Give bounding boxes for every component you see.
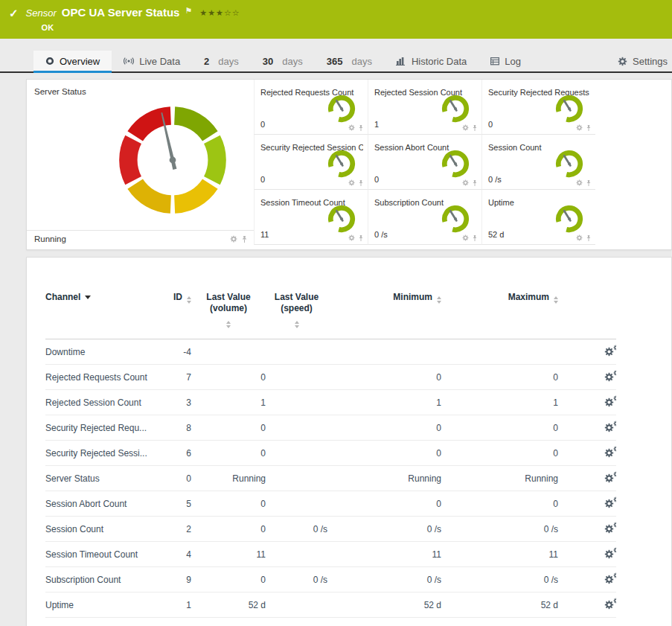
channel-name[interactable]: Uptime [45, 593, 159, 618]
tab-2-days[interactable]: 2 days [192, 51, 251, 71]
channel-gear-icon[interactable] [462, 234, 469, 242]
channel-settings-icon[interactable] [604, 547, 616, 559]
pin-icon[interactable] [586, 124, 592, 132]
channel-settings-icon[interactable] [604, 345, 616, 357]
server-status-gauge [109, 96, 237, 224]
pin-icon[interactable] [472, 234, 478, 242]
channel-name[interactable]: Session Timeout Count [45, 542, 159, 567]
priority-stars[interactable]: ★★★☆☆ [199, 8, 240, 18]
gauge-dial [553, 147, 586, 178]
tab-log[interactable]: Log [479, 51, 533, 71]
chevron-down-icon [85, 296, 91, 299]
channel-gear-icon[interactable] [348, 234, 355, 242]
gauge-dial [325, 202, 358, 233]
minimum-value: 11 [327, 542, 441, 567]
gauge-tile-session-timeout: Session Timeout Count 11 [254, 190, 368, 245]
settings-gear-icon [618, 57, 627, 66]
tab-365-days[interactable]: 365 days [315, 51, 384, 71]
header-channel[interactable]: Channel [45, 289, 159, 339]
last-value-volume: 0 [191, 441, 266, 466]
gauge-value: 1 [374, 120, 379, 129]
flag-icon[interactable]: ⚑ [185, 6, 192, 16]
channel-name[interactable]: Session Count [45, 517, 159, 542]
pin-icon[interactable] [472, 124, 478, 132]
channel-settings-icon[interactable] [604, 395, 616, 407]
gauges-panel: Server Status Running Rej [26, 79, 672, 250]
header-id[interactable]: ID [159, 289, 191, 339]
sort-icon [295, 321, 299, 328]
gauge-dial [553, 92, 586, 123]
tab-live-data-label: Live Data [139, 56, 180, 67]
channel-id: 7 [159, 365, 191, 390]
pin-icon[interactable] [586, 179, 592, 187]
channel-gear-icon[interactable] [576, 124, 583, 132]
header-settings [558, 289, 616, 339]
channel-gear-icon[interactable] [576, 179, 583, 187]
table-row: Session Timeout Count 4 11 11 11 [45, 542, 616, 567]
table-row: Security Rejected Requ... 8 0 0 0 [45, 415, 616, 441]
gauge-value: 52 d [488, 230, 504, 239]
channel-settings-icon[interactable] [604, 370, 616, 382]
pin-icon[interactable] [358, 179, 364, 187]
tab-365-days-unit: days [351, 56, 371, 67]
channel-name[interactable]: Session Abort Count [45, 491, 159, 517]
last-value-speed [266, 466, 327, 491]
channel-settings-icon[interactable] [604, 496, 616, 508]
channel-settings-icon[interactable] [604, 522, 616, 534]
channel-name[interactable]: Security Rejected Requ... [45, 415, 159, 441]
minimum-value: 52 d [327, 593, 441, 618]
last-value-volume: 1 [191, 390, 266, 415]
channel-name[interactable]: Security Rejected Sessi... [45, 441, 159, 466]
tab-settings[interactable]: Settings [606, 51, 672, 71]
minimum-value: Running [327, 466, 441, 491]
channel-gear-icon[interactable] [230, 235, 237, 243]
channel-gear-icon[interactable] [462, 124, 469, 132]
channel-name[interactable]: Rejected Requests Count [45, 365, 159, 390]
gauge-value: 0 [374, 175, 379, 184]
live-data-icon [124, 57, 134, 66]
tab-30-days[interactable]: 30 days [251, 51, 315, 71]
gauge-tile-session-abort: Session Abort Count 0 [368, 135, 481, 190]
pin-icon[interactable] [358, 234, 364, 242]
header-last-value-volume[interactable]: Last Value(volume) [191, 289, 266, 339]
channel-gear-icon[interactable] [348, 179, 355, 187]
table-row: Uptime 1 52 d 52 d 52 d [45, 593, 616, 618]
channel-name[interactable]: Rejected Session Count [45, 390, 159, 415]
pin-icon[interactable] [241, 235, 248, 243]
pin-icon[interactable] [472, 179, 478, 187]
channel-name[interactable]: Subscription Count [45, 567, 159, 593]
header-maximum[interactable]: Maximum [441, 289, 558, 339]
mini-gauge-grid: Rejected Requests Count 0 Rejected Sessi… [254, 80, 595, 249]
channel-settings-icon[interactable] [604, 598, 616, 610]
channel-gear-icon[interactable] [462, 179, 469, 187]
channel-settings-icon[interactable] [604, 446, 616, 458]
tab-live-data[interactable]: Live Data [112, 51, 192, 71]
maximum-value: 0 /s [441, 567, 558, 593]
gauge-tile-uptime: Uptime 52 d [481, 190, 595, 245]
server-status-value: Running [34, 234, 66, 243]
table-row: Subscription Count 9 0 0 /s 0 /s 0 /s [45, 567, 616, 593]
channel-id: 9 [159, 567, 191, 593]
tab-overview[interactable]: Overview [33, 51, 112, 71]
channel-gear-icon[interactable] [348, 124, 355, 132]
gauge-value: 0 [260, 120, 265, 129]
channel-id: 3 [159, 390, 191, 415]
pin-icon[interactable] [586, 234, 592, 242]
channel-settings-icon[interactable] [604, 421, 616, 432]
pin-icon[interactable] [358, 124, 364, 132]
last-value-speed: 0 /s [266, 567, 327, 593]
maximum-value: 0 [441, 441, 558, 466]
channel-settings-icon[interactable] [604, 572, 616, 584]
table-row: Security Rejected Sessi... 6 0 0 0 [45, 441, 616, 466]
channel-gear-icon[interactable] [576, 234, 583, 242]
header-last-value-speed[interactable]: Last Value(speed) [266, 289, 327, 339]
channel-id: 8 [159, 415, 191, 441]
channel-name[interactable]: Server Status [45, 466, 159, 491]
tab-historic-data[interactable]: Historic Data [384, 51, 479, 71]
sensor-header: ✓ Sensor OPC UA Server Status ⚑ ★★★☆☆ OK [0, 0, 672, 39]
channel-name[interactable]: Downtime [45, 339, 159, 365]
channel-id: 5 [159, 491, 191, 517]
header-minimum[interactable]: Minimum [327, 289, 441, 339]
maximum-value: 0 [441, 365, 558, 390]
channel-settings-icon[interactable] [604, 471, 616, 483]
